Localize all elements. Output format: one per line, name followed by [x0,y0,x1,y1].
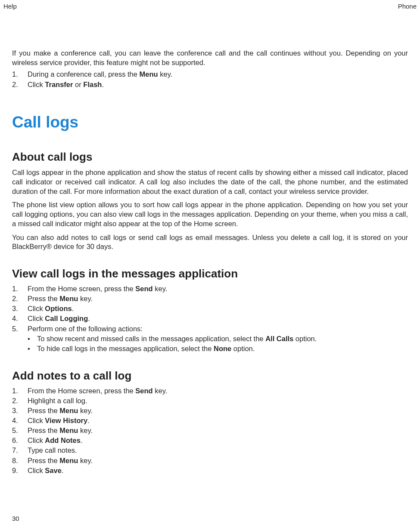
list-item: 3.Click Options. [12,304,408,314]
notes-steps: 1.From the Home screen, press the Send k… [12,386,408,476]
page-content: If you make a conference call, you can l… [0,49,420,476]
list-item: 1.From the Home screen, press the Send k… [12,386,408,396]
about-paragraph-1: Call logs appear in the phone applicatio… [12,168,408,196]
list-item: 2.Press the Menu key. [12,294,408,304]
heading-add-notes: Add notes to a call log [12,369,408,383]
list-item: 4.Click Call Logging. [12,314,408,324]
view-steps: 1.From the Home screen, press the Send k… [12,284,408,333]
list-item: 9.Click Save. [12,466,408,476]
intro-steps: 1. During a conference call, press the M… [12,69,408,90]
list-item: •To show recent and missed calls in the … [28,334,408,344]
list-item: 6.Click Add Notes. [12,436,408,445]
step-text: During a conference call, press the Menu… [28,69,172,79]
heading-about-call-logs: About call logs [12,150,408,164]
list-item: 4.Click View History. [12,416,408,426]
list-item: 2. Click Transfer or Flash. [12,80,408,89]
step-number: 2. [12,80,28,89]
header-right: Phone [398,3,417,10]
list-item: 3.Press the Menu key. [12,406,408,416]
about-paragraph-3: You can also add notes to call logs or s… [12,233,408,252]
heading-view-call-logs: View call logs in the messages applicati… [12,267,408,280]
intro-paragraph: If you make a conference call, you can l… [12,49,408,68]
list-item: 1.From the Home screen, press the Send k… [12,284,408,294]
list-item: 1. During a conference call, press the M… [12,69,408,79]
step-number: 1. [12,69,28,79]
step-text: Click Transfer or Flash. [28,80,104,89]
heading-call-logs: Call logs [12,113,408,131]
about-paragraph-2: The phone list view option allows you to… [12,200,408,228]
list-item: 8.Press the Menu key. [12,456,408,466]
list-item: •To hide call logs in the messages appli… [28,344,408,354]
list-item: 2.Highlight a call log. [12,396,408,406]
page-header: Help Phone [0,0,420,10]
page-number: 30 [12,515,19,522]
list-item: 7.Type call notes. [12,445,408,455]
list-item: 5.Perform one of the following actions: [12,324,408,334]
header-left: Help [3,3,17,10]
view-sub-options: •To show recent and missed calls in the … [28,334,408,354]
list-item: 5.Press the Menu key. [12,426,408,436]
